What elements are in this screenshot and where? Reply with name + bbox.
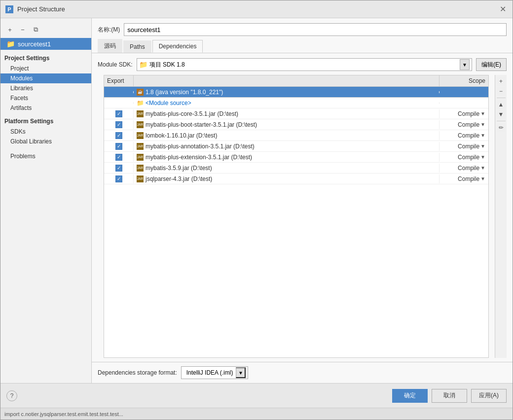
move-up-button[interactable]: ▲ bbox=[497, 100, 506, 109]
dep-name-jsqlparser: JAR jsqlparser-4.3.jar (D:\test) bbox=[134, 175, 439, 183]
dep-scope-jdk bbox=[439, 91, 488, 93]
sidebar-item-modules[interactable]: Modules bbox=[0, 73, 91, 83]
sidebar-item-facets[interactable]: Facets bbox=[0, 93, 91, 103]
add-dependency-button[interactable]: + bbox=[497, 77, 506, 86]
dep-scope-jsqlparser: Compile ▼ bbox=[439, 175, 488, 183]
dep-export-jsqlparser: ✓ bbox=[104, 175, 134, 183]
jar-icon: JAR bbox=[137, 175, 144, 182]
table-row[interactable]: ✓ JAR jsqlparser-4.3.jar (D:\test) Compi… bbox=[104, 174, 488, 184]
status-text: import c.notier.jysqlparser.test.emit.te… bbox=[4, 411, 123, 417]
sdk-label: Module SDK: bbox=[98, 61, 133, 68]
right-toolbar: + − ▲ ▼ ✏ bbox=[495, 75, 507, 358]
table-row[interactable]: ✓ JAR mybatis-plus-core-3.5.1.jar (D:\te… bbox=[104, 108, 488, 119]
status-bar: import c.notier.jysqlparser.test.emit.te… bbox=[0, 408, 513, 420]
export-checkbox-extension[interactable]: ✓ bbox=[115, 154, 122, 161]
storage-dropdown-button[interactable]: ▼ bbox=[236, 367, 246, 378]
scope-dropdown-core[interactable]: ▼ bbox=[480, 111, 485, 116]
module-item-sourcetest1[interactable]: 📁 sourcetest1 bbox=[0, 38, 91, 50]
dep-scope-lombok: Compile ▼ bbox=[439, 131, 488, 140]
dep-name-lombok: JAR lombok-1.16.10.jar (D:\test) bbox=[134, 131, 439, 140]
copy-module-button[interactable]: ⧉ bbox=[30, 24, 41, 35]
scope-dropdown-mybatis[interactable]: ▼ bbox=[480, 165, 485, 171]
sidebar-item-project[interactable]: Project bbox=[0, 64, 91, 73]
cancel-button[interactable]: 取消 bbox=[432, 389, 467, 403]
table-row[interactable]: ✓ JAR lombok-1.16.10.jar (D:\test) Compi… bbox=[104, 130, 488, 141]
name-row: 名称:(M) bbox=[92, 18, 513, 39]
sdk-value: 项目 SDK 1.8 bbox=[149, 61, 458, 69]
jar-icon: JAR bbox=[137, 121, 144, 128]
confirm-button[interactable]: 确定 bbox=[392, 389, 428, 403]
dep-export-mybatis: ✓ bbox=[104, 164, 134, 173]
export-checkbox-boot[interactable]: ✓ bbox=[115, 121, 122, 128]
table-row[interactable]: ✓ JAR mybatis-plus-extension-3.5.1.jar (… bbox=[104, 152, 488, 163]
table-row[interactable]: ✓ JAR mybatis-plus-boot-starter-3.5.1.ja… bbox=[104, 119, 488, 130]
dep-name-annotation: JAR mybatis-plus-annotation-3.5.1.jar (D… bbox=[134, 142, 439, 151]
dep-scope-annotation: Compile ▼ bbox=[439, 142, 488, 151]
sdk-edit-button[interactable]: 编辑(E) bbox=[476, 58, 507, 71]
module-name: sourcetest1 bbox=[18, 40, 51, 48]
dep-scope-module-source bbox=[439, 102, 488, 104]
dep-export-core: ✓ bbox=[104, 109, 134, 118]
tab-sources[interactable]: 源码 bbox=[98, 39, 122, 53]
add-module-button[interactable]: + bbox=[4, 24, 15, 35]
scope-dropdown-jsqlparser[interactable]: ▼ bbox=[480, 176, 485, 181]
tab-paths[interactable]: Paths bbox=[123, 40, 151, 53]
storage-row: Dependencies storage format: IntelliJ ID… bbox=[92, 362, 513, 383]
jar-icon: JAR bbox=[137, 154, 144, 161]
sidebar-item-global-libraries[interactable]: Global Libraries bbox=[0, 137, 91, 146]
scope-dropdown-boot[interactable]: ▼ bbox=[480, 122, 485, 127]
dependencies-table-area: Export Scope ☕ 1.8 (java version "1.8.0_… bbox=[92, 75, 513, 358]
dep-scope-extension: Compile ▼ bbox=[439, 153, 488, 162]
export-checkbox-jsqlparser[interactable]: ✓ bbox=[115, 175, 122, 182]
module-folder-icon: 📁 bbox=[6, 40, 15, 48]
export-checkbox-mybatis[interactable]: ✓ bbox=[115, 165, 122, 172]
sdk-folder-icon: 📁 bbox=[139, 61, 147, 69]
export-checkbox-annotation[interactable]: ✓ bbox=[115, 143, 122, 150]
bottom-bar: ? 确定 取消 应用(A) bbox=[0, 383, 513, 408]
table-row[interactable]: ☕ 1.8 (java version "1.8.0_221") bbox=[104, 87, 488, 98]
edit-dependency-button[interactable]: ✏ bbox=[497, 123, 506, 132]
jar-icon: JAR bbox=[137, 110, 144, 117]
move-down-button[interactable]: ▼ bbox=[497, 110, 506, 119]
dep-export-jdk bbox=[104, 91, 134, 93]
sidebar-item-libraries[interactable]: Libraries bbox=[0, 83, 91, 93]
export-checkbox-core[interactable]: ✓ bbox=[115, 110, 122, 117]
scope-dropdown-lombok[interactable]: ▼ bbox=[480, 133, 485, 138]
sidebar-item-sdks[interactable]: SDKs bbox=[0, 127, 91, 137]
storage-select-wrapper: IntelliJ IDEA (.iml) ▼ bbox=[181, 366, 249, 379]
remove-module-button[interactable]: − bbox=[17, 24, 28, 35]
table-row[interactable]: ✓ JAR mybatis-3.5.9.jar (D:\test) Compil… bbox=[104, 163, 488, 174]
content-area: + − ⧉ 📁 sourcetest1 Project Settings Pro… bbox=[0, 18, 513, 383]
window-title: Project Structure bbox=[17, 5, 498, 13]
dep-name-core: JAR mybatis-plus-core-3.5.1.jar (D:\test… bbox=[134, 109, 439, 118]
sidebar-item-artifacts[interactable]: Artifacts bbox=[0, 103, 91, 113]
name-input[interactable] bbox=[124, 23, 507, 36]
table-row[interactable]: ✓ JAR mybatis-plus-annotation-3.5.1.jar … bbox=[104, 141, 488, 152]
help-button[interactable]: ? bbox=[6, 390, 17, 401]
platform-settings-header: Platform Settings bbox=[0, 113, 91, 127]
jdk-icon: ☕ bbox=[137, 89, 144, 96]
sdk-row: Module SDK: 📁 项目 SDK 1.8 ▼ 编辑(E) bbox=[92, 53, 513, 75]
scope-dropdown-annotation[interactable]: ▼ bbox=[480, 143, 485, 149]
scope-dropdown-extension[interactable]: ▼ bbox=[480, 154, 485, 160]
sidebar-item-problems[interactable]: Problems bbox=[0, 151, 91, 161]
remove-dependency-button[interactable]: − bbox=[497, 87, 506, 96]
close-button[interactable]: ✕ bbox=[498, 4, 508, 14]
module-source-link[interactable]: <Module source> bbox=[146, 100, 191, 106]
dep-name-extension: JAR mybatis-plus-extension-3.5.1.jar (D:… bbox=[134, 153, 439, 162]
dep-name-mybatis: JAR mybatis-3.5.9.jar (D:\test) bbox=[134, 164, 439, 173]
sdk-select-wrapper: 📁 项目 SDK 1.8 ▼ bbox=[137, 58, 472, 71]
dependencies-table: Export Scope ☕ 1.8 (java version "1.8.0_… bbox=[104, 75, 489, 358]
col-name-header bbox=[134, 75, 439, 86]
app-icon: P bbox=[5, 5, 13, 13]
storage-label: Dependencies storage format: bbox=[98, 369, 177, 376]
jar-icon: JAR bbox=[137, 165, 144, 172]
export-checkbox-lombok[interactable]: ✓ bbox=[115, 132, 122, 139]
apply-button[interactable]: 应用(A) bbox=[471, 389, 507, 403]
table-row[interactable]: 📁 <Module source> bbox=[104, 98, 488, 108]
tab-dependencies[interactable]: Dependencies bbox=[152, 40, 203, 53]
sidebar-toolbar: + − ⧉ bbox=[0, 22, 91, 38]
bottom-buttons: 确定 取消 应用(A) bbox=[392, 389, 507, 403]
sdk-dropdown-button[interactable]: ▼ bbox=[460, 59, 470, 70]
dep-name-module-source: 📁 <Module source> bbox=[134, 99, 439, 107]
